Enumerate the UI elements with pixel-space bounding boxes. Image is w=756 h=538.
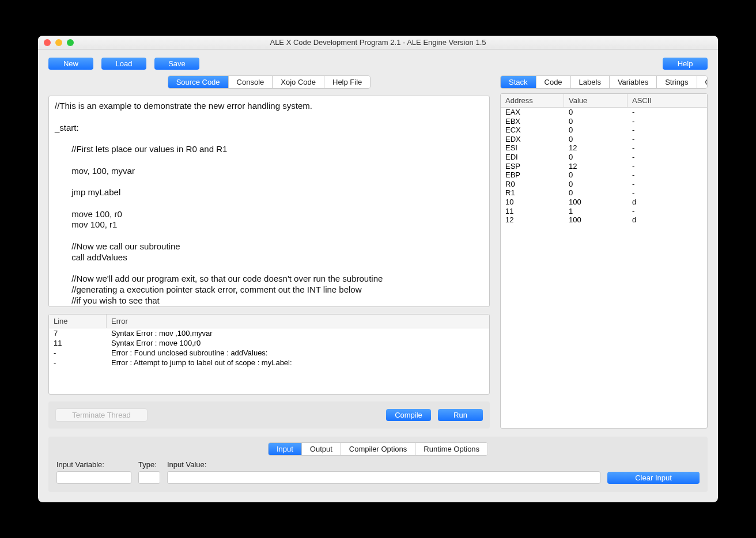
action-row: Terminate Thread Compile Run <box>48 401 490 429</box>
stack-value: 0 <box>564 126 628 135</box>
stack-address: EDX <box>501 135 564 144</box>
stack-ascii: d <box>628 215 707 225</box>
tab-output[interactable]: Output <box>302 443 341 455</box>
stack-row[interactable]: ESI12- <box>501 143 707 153</box>
minimize-icon[interactable] <box>55 39 62 46</box>
error-panel: Line Error 7Syntax Error : mov ,100,myva… <box>48 314 490 395</box>
bottom-panel: InputOutputCompiler OptionsRuntime Optio… <box>48 437 708 492</box>
run-button[interactable]: Run <box>438 409 483 421</box>
stack-ascii: d <box>628 198 707 207</box>
zoom-icon[interactable] <box>67 39 74 46</box>
tab-input[interactable]: Input <box>269 443 302 455</box>
stack-header-ascii: ASCII <box>628 94 707 107</box>
stack-header-value: Value <box>564 94 628 107</box>
input-value-field[interactable] <box>167 471 600 484</box>
stack-ascii: - <box>628 153 707 162</box>
error-row[interactable]: 11Syntax Error : move 100,r0 <box>49 338 489 348</box>
stack-value: 0 <box>564 180 628 189</box>
close-icon[interactable] <box>44 39 51 46</box>
left-tabs: Source CodeConsoleXojo CodeHelp File <box>168 75 371 89</box>
stack-address: R1 <box>501 188 564 198</box>
stack-row[interactable]: EBP0- <box>501 171 707 180</box>
stack-value: 0 <box>564 188 628 198</box>
stack-ascii: - <box>628 117 707 126</box>
tab-code[interactable]: Code <box>536 76 571 88</box>
stack-row[interactable]: EDX0- <box>501 135 707 144</box>
stack-ascii: - <box>628 180 707 189</box>
stack-value: 100 <box>564 215 628 225</box>
stack-address: 12 <box>501 215 564 225</box>
stack-address: EBP <box>501 171 564 180</box>
stack-panel: Address Value ASCII EAX0-EBX0-ECX0-EDX0-… <box>500 93 708 429</box>
error-line: - <box>49 358 107 367</box>
input-variable-label: Input Variable: <box>56 460 131 469</box>
stack-row[interactable]: EDI0- <box>501 153 707 162</box>
error-header: Line Error <box>49 315 489 328</box>
tab-console[interactable]: Console <box>229 76 273 88</box>
error-row[interactable]: -Error : Found unclosed subroutine : add… <box>49 348 489 358</box>
toolbar: New Load Save Help <box>38 50 718 75</box>
stack-value: 0 <box>564 117 628 126</box>
input-type-field[interactable] <box>138 471 160 484</box>
stack-address: ESI <box>501 143 564 153</box>
tab-constants[interactable]: Constants <box>697 76 708 88</box>
tab-stack[interactable]: Stack <box>501 76 536 88</box>
stack-ascii: - <box>628 171 707 180</box>
stack-ascii: - <box>628 188 707 198</box>
stack-value: 12 <box>564 162 628 171</box>
stack-row[interactable]: 12100d <box>501 215 707 225</box>
stack-address: ESP <box>501 162 564 171</box>
input-value-label: Input Value: <box>167 460 600 469</box>
error-header-line: Line <box>49 315 107 328</box>
source-code-area[interactable]: //This is an example to demonstrate the … <box>48 96 490 307</box>
app-window: ALE X Code Development Program 2.1 - ALE… <box>38 36 718 502</box>
clear-input-button[interactable]: Clear Input <box>607 472 700 484</box>
stack-value: 100 <box>564 198 628 207</box>
input-row: Input Variable: Type: Input Value: Clear… <box>56 460 700 484</box>
tab-labels[interactable]: Labels <box>571 76 610 88</box>
error-line: 11 <box>49 339 107 347</box>
stack-ascii: - <box>628 135 707 144</box>
stack-row[interactable]: R00- <box>501 180 707 189</box>
input-variable-field[interactable] <box>56 471 131 484</box>
stack-row[interactable]: ECX0- <box>501 126 707 135</box>
error-message: Syntax Error : move 100,r0 <box>107 339 489 347</box>
stack-address: EAX <box>501 108 564 117</box>
stack-row[interactable]: 10100d <box>501 198 707 207</box>
stack-value: 0 <box>564 135 628 144</box>
stack-address: R0 <box>501 180 564 189</box>
tab-compiler-options[interactable]: Compiler Options <box>341 443 415 455</box>
stack-header: Address Value ASCII <box>501 94 707 108</box>
tab-runtime-options[interactable]: Runtime Options <box>415 443 487 455</box>
save-button[interactable]: Save <box>154 58 199 70</box>
stack-row[interactable]: 111- <box>501 207 707 216</box>
right-tabs: StackCodeLabelsVariablesStringsConstants <box>500 75 708 89</box>
stack-ascii: - <box>628 143 707 153</box>
stack-row[interactable]: EAX0- <box>501 108 707 117</box>
error-row[interactable]: -Error : Attempt to jump to label out of… <box>49 358 489 367</box>
help-button[interactable]: Help <box>663 58 708 70</box>
tab-variables[interactable]: Variables <box>610 76 657 88</box>
stack-row[interactable]: EBX0- <box>501 117 707 126</box>
stack-address: 11 <box>501 207 564 216</box>
tab-strings[interactable]: Strings <box>657 76 697 88</box>
stack-row[interactable]: R10- <box>501 188 707 198</box>
stack-row[interactable]: ESP12- <box>501 162 707 171</box>
tab-xojo-code[interactable]: Xojo Code <box>273 76 324 88</box>
stack-address: EDI <box>501 153 564 162</box>
tab-source-code[interactable]: Source Code <box>168 76 229 88</box>
titlebar: ALE X Code Development Program 2.1 - ALE… <box>38 36 718 50</box>
error-row[interactable]: 7Syntax Error : mov ,100,myvar <box>49 328 489 338</box>
load-button[interactable]: Load <box>101 58 146 70</box>
stack-value: 12 <box>564 143 628 153</box>
error-header-error: Error <box>107 315 489 328</box>
stack-value: 1 <box>564 207 628 216</box>
stack-ascii: - <box>628 207 707 216</box>
error-message: Error : Attempt to jump to label out of … <box>107 358 489 367</box>
compile-button[interactable]: Compile <box>386 409 431 421</box>
stack-ascii: - <box>628 126 707 135</box>
error-body: 7Syntax Error : mov ,100,myvar11Syntax E… <box>49 328 489 394</box>
new-button[interactable]: New <box>48 58 93 70</box>
tab-help-file[interactable]: Help File <box>324 76 370 88</box>
error-message: Syntax Error : mov ,100,myvar <box>107 329 489 338</box>
